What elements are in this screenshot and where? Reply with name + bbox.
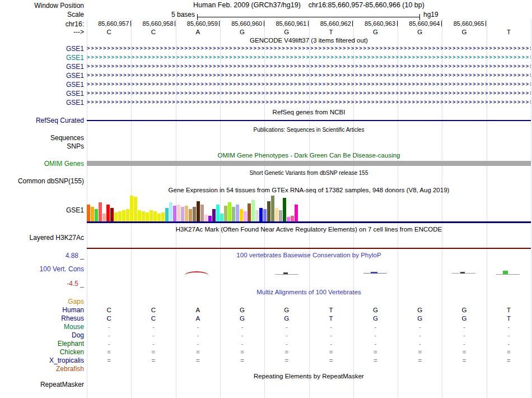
alignment-base: T: [329, 314, 333, 322]
multiz-track: GapsHumanCCAGGTGGGTRhesusCCAGGTGGGTMouse…: [0, 0, 532, 398]
alignment-base: =: [196, 348, 200, 356]
alignment-base: -: [374, 340, 376, 348]
alignment-base: G: [373, 314, 378, 322]
alignment-base: -: [108, 340, 110, 348]
alignment-base: =: [152, 348, 156, 356]
alignment-base: -: [330, 340, 332, 348]
alignment-base: -: [197, 340, 199, 348]
alignment-base: G: [284, 314, 289, 322]
alignment-base: A: [195, 306, 200, 314]
alignment-base: C: [151, 314, 156, 322]
alignment-base: -: [507, 340, 510, 348]
alignment-base: =: [507, 348, 511, 356]
alignment-base: G: [240, 314, 245, 322]
species-label-chicken[interactable]: Chicken: [60, 348, 84, 356]
alignment-base: A: [195, 314, 200, 322]
alignment-base: -: [286, 331, 288, 339]
genome-browser: Window Position Human Feb. 2009 (GRCh37/…: [0, 0, 532, 398]
alignment-base: =: [329, 357, 333, 364]
species-label-gaps[interactable]: Gaps: [68, 298, 84, 306]
alignment-base: G: [417, 314, 422, 322]
alignment-base: =: [374, 357, 377, 364]
alignment-base: =: [107, 357, 111, 364]
alignment-base: -: [152, 323, 155, 331]
alignment-base: =: [418, 357, 422, 364]
alignment-base: =: [196, 357, 200, 364]
alignment-base: -: [286, 323, 288, 331]
alignment-base: G: [240, 306, 245, 314]
alignment-base: =: [463, 357, 466, 364]
alignment-base: G: [373, 306, 378, 314]
alignment-base: -: [374, 331, 376, 339]
alignment-base: -: [197, 331, 199, 339]
alignment-base: G: [417, 306, 422, 314]
alignment-base: G: [284, 306, 289, 314]
alignment-base: -: [152, 331, 155, 339]
alignment-base: -: [152, 340, 155, 348]
alignment-base: =: [152, 357, 156, 364]
alignment-base: -: [241, 331, 244, 339]
alignment-base: -: [419, 340, 421, 348]
alignment-base: G: [462, 314, 467, 322]
alignment-base: -: [241, 323, 244, 331]
alignment-base: =: [284, 348, 288, 356]
repeatmasker-label[interactable]: RepeatMasker: [40, 381, 84, 388]
alignment-base: -: [241, 340, 244, 348]
alignment-base: -: [419, 323, 421, 331]
alignment-base: T: [329, 306, 333, 314]
alignment-base: C: [107, 306, 111, 314]
alignment-base: =: [107, 348, 111, 356]
alignment-base: -: [330, 323, 332, 331]
alignment-base: =: [418, 348, 422, 356]
alignment-base: T: [507, 306, 511, 314]
species-label-dog[interactable]: Dog: [72, 331, 84, 339]
alignment-base: C: [107, 314, 111, 322]
alignment-base: -: [286, 340, 288, 348]
alignment-base: -: [419, 331, 421, 339]
alignment-base: =: [329, 348, 333, 356]
alignment-base: =: [507, 357, 511, 364]
species-label-mouse[interactable]: Mouse: [64, 323, 84, 331]
alignment-base: G: [462, 306, 467, 314]
alignment-base: -: [463, 323, 465, 331]
species-label-x_tropicalis[interactable]: X_tropicalis: [49, 357, 84, 364]
alignment-base: =: [374, 348, 377, 356]
alignment-base: =: [240, 357, 244, 364]
alignment-base: -: [108, 331, 110, 339]
species-label-zebrafish[interactable]: Zebrafish: [56, 365, 84, 373]
repeatmasker-track-header: Repeating Elements by RepeatMasker: [87, 373, 531, 380]
alignment-base: -: [108, 323, 110, 331]
species-label-rhesus[interactable]: Rhesus: [61, 314, 84, 322]
alignment-base: -: [374, 323, 376, 331]
species-label-human[interactable]: Human: [62, 306, 84, 314]
alignment-base: -: [197, 323, 199, 331]
alignment-base: =: [463, 348, 466, 356]
alignment-base: T: [507, 314, 511, 322]
species-label-elephant[interactable]: Elephant: [58, 340, 84, 348]
alignment-base: -: [507, 323, 510, 331]
alignment-base: -: [330, 331, 332, 339]
alignment-base: =: [284, 357, 288, 364]
alignment-base: C: [151, 306, 156, 314]
alignment-base: -: [463, 340, 465, 348]
alignment-base: =: [240, 348, 244, 356]
alignment-base: -: [463, 331, 465, 339]
alignment-base: -: [507, 331, 510, 339]
